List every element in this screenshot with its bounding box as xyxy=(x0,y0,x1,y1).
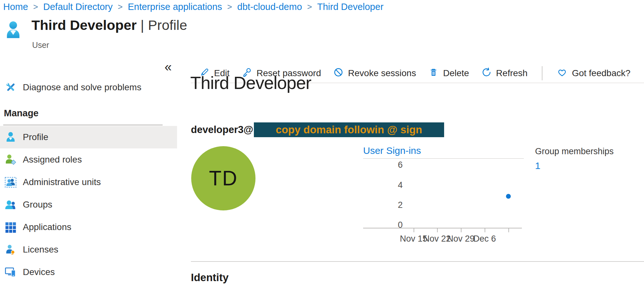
breadcrumb-separator: > xyxy=(118,1,123,13)
user-icon xyxy=(5,20,21,42)
sidebar-item-label: Profile xyxy=(23,132,48,142)
assigned-roles-icon xyxy=(4,154,17,166)
sidebar-item-label: Groups xyxy=(23,200,52,210)
group-memberships-label: Group memberships xyxy=(535,146,614,156)
block-icon xyxy=(333,67,344,80)
groups-icon xyxy=(4,199,17,211)
upn-prefix: developer3@ xyxy=(191,124,253,136)
chart-title-link[interactable]: User Sign-ins xyxy=(363,145,421,156)
avatar: TD xyxy=(191,146,255,210)
devices-icon xyxy=(4,266,17,278)
sidebar-section-manage: Manage xyxy=(4,108,39,119)
y-axis-tick-label: 6 xyxy=(380,160,403,170)
refresh-label: Refresh xyxy=(496,68,528,78)
breadcrumb-default-directory[interactable]: Default Directory xyxy=(43,1,113,13)
user-sign-ins-chart: User Sign-ins 6 4 2 0 Nov 15 Nov 22 Nov … xyxy=(363,145,524,251)
breadcrumb-enterprise-applications[interactable]: Enterprise applications xyxy=(128,1,222,13)
toolbar-divider xyxy=(542,66,542,80)
admin-units-icon xyxy=(4,176,17,188)
chart-title-underline xyxy=(363,158,524,159)
sidebar-item-assigned-roles[interactable]: Assigned roles xyxy=(0,148,177,171)
sidebar-item-label: Licenses xyxy=(23,244,58,255)
breadcrumb-separator: > xyxy=(307,1,312,13)
azure-portal-user-profile-page: Home > Default Directory > Enterprise ap… xyxy=(0,0,644,284)
got-feedback-button[interactable]: Got feedback? xyxy=(557,67,631,80)
breadcrumb-separator: > xyxy=(33,1,38,13)
tools-icon xyxy=(4,81,17,93)
x-axis-tick xyxy=(508,228,509,232)
sidebar-item-label: Diagnose and solve problems xyxy=(23,82,141,93)
page-title-name: Third Developer xyxy=(31,17,137,33)
sidebar-item-label: Applications xyxy=(23,222,71,232)
sidebar-item-devices[interactable]: Devices xyxy=(0,261,177,283)
user-principal-name: developer3@ copy domain followin @ sign xyxy=(191,122,444,137)
sidebar-item-licenses[interactable]: Licenses xyxy=(0,238,177,261)
sidebar-item-label: Administrative units xyxy=(23,177,101,187)
domain-redaction-annotation: copy domain followin @ sign xyxy=(254,122,444,137)
delete-button[interactable]: Delete xyxy=(428,67,469,80)
breadcrumb-separator: > xyxy=(227,1,232,13)
got-feedback-label: Got feedback? xyxy=(572,68,631,78)
x-axis-tick xyxy=(414,228,414,232)
y-axis-tick-label: 2 xyxy=(380,200,403,210)
heart-icon xyxy=(557,67,568,80)
breadcrumb-home[interactable]: Home xyxy=(3,1,28,13)
breadcrumb-dbt-cloud-demo[interactable]: dbt-cloud-demo xyxy=(237,1,302,13)
sidebar-item-groups[interactable]: Groups xyxy=(0,193,177,216)
sidebar-item-profile[interactable]: Profile xyxy=(0,126,177,148)
sidebar-item-label: Assigned roles xyxy=(23,155,82,165)
breadcrumb-third-developer[interactable]: Third Developer xyxy=(317,1,383,13)
section-divider xyxy=(191,261,644,262)
sidebar-item-label: Devices xyxy=(23,267,55,277)
page-title-section: Profile xyxy=(148,17,187,33)
sidebar-nav: Profile Assigned roles xyxy=(0,126,177,283)
y-axis-tick-label: 0 xyxy=(380,220,403,230)
page-title: Third Developer | Profile xyxy=(31,17,187,33)
signin-data-point xyxy=(506,194,511,199)
revoke-sessions-label: Revoke sessions xyxy=(348,68,416,78)
x-axis-tick xyxy=(485,228,485,232)
licenses-icon xyxy=(4,244,17,256)
group-memberships: Group memberships 1 xyxy=(535,146,614,171)
breadcrumb: Home > Default Directory > Enterprise ap… xyxy=(3,1,383,13)
y-axis-tick-label: 4 xyxy=(380,180,403,190)
sidebar-item-administrative-units[interactable]: Administrative units xyxy=(0,171,177,193)
group-memberships-count-link[interactable]: 1 xyxy=(535,160,614,171)
user-profile-icon xyxy=(4,131,17,143)
x-axis-tick-label: Dec 6 xyxy=(467,234,502,244)
trash-icon xyxy=(428,67,439,80)
x-axis-tick xyxy=(437,228,438,232)
refresh-icon xyxy=(481,67,492,80)
profile-name-heading: Third Developer xyxy=(190,73,311,93)
x-axis-tick xyxy=(461,228,461,232)
revoke-sessions-button[interactable]: Revoke sessions xyxy=(333,67,416,80)
applications-grid-icon xyxy=(4,221,17,233)
page-subtitle: User xyxy=(32,40,49,50)
delete-label: Delete xyxy=(443,68,469,78)
sidebar-collapse-button[interactable]: « xyxy=(165,60,172,73)
sidebar-item-diagnose[interactable]: Diagnose and solve problems xyxy=(0,77,177,98)
sidebar-item-applications[interactable]: Applications xyxy=(0,216,177,238)
refresh-button[interactable]: Refresh xyxy=(481,67,528,80)
page-title-separator: | xyxy=(140,17,144,33)
identity-section-heading: Identity xyxy=(191,271,228,284)
sidebar-section-divider xyxy=(3,125,163,125)
x-axis-line xyxy=(363,228,522,228)
